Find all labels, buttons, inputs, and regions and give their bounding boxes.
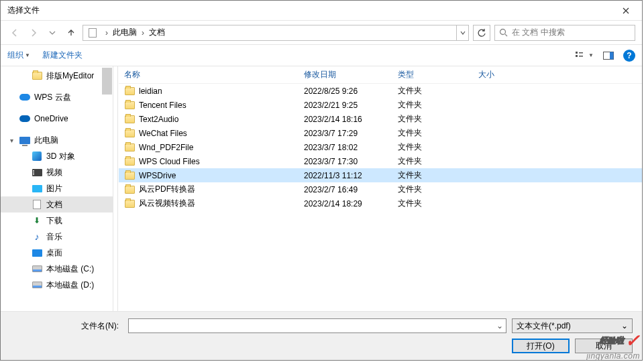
tree-item[interactable]: ▾此电脑: [1, 132, 113, 148]
splitter[interactable]: [113, 66, 118, 311]
file-type: 文件夹: [392, 85, 473, 97]
tree-item-label: 排版MyEditor: [46, 70, 94, 82]
cancel-button[interactable]: 取消: [575, 339, 633, 353]
disk-icon: [32, 263, 42, 274]
folder-icon: [124, 170, 135, 181]
col-date[interactable]: 修改日期: [299, 69, 392, 80]
tree-item[interactable]: 排版MyEditor: [1, 68, 113, 84]
file-date: 2023/3/7 18:02: [299, 143, 392, 152]
file-date: 2023/3/7 17:29: [299, 129, 392, 138]
file-rows: leidian2022/8/25 9:26文件夹Tencent Files202…: [119, 84, 642, 311]
tree-item[interactable]: 本地磁盘 (C:): [1, 261, 113, 277]
od-icon: [19, 113, 30, 124]
file-row[interactable]: Tencent Files2023/2/21 9:25文件夹: [119, 98, 642, 112]
nav-back-button[interactable]: [7, 25, 22, 40]
open-button[interactable]: 打开(O): [512, 339, 570, 353]
search-input[interactable]: 在 文档 中搜索: [494, 25, 635, 41]
obj-icon: [32, 151, 42, 162]
filename-input[interactable]: ⌄: [128, 318, 506, 333]
tree-item[interactable]: 图片: [1, 180, 113, 196]
address-bar[interactable]: › 此电脑 › 文档: [83, 25, 469, 41]
svg-rect-1: [576, 52, 578, 54]
tree-item[interactable]: WPS 云盘: [1, 89, 113, 105]
nav-recent-button[interactable]: [45, 25, 60, 40]
col-type[interactable]: 类型: [392, 69, 473, 80]
file-row[interactable]: WPS Cloud Files2023/3/7 17:30文件夹: [119, 154, 642, 168]
col-size[interactable]: 大小: [473, 69, 642, 80]
svg-rect-3: [579, 52, 583, 54]
tree-item-label: 视频: [46, 167, 62, 178]
tree-item[interactable]: ⬇下载: [1, 213, 113, 229]
nav-forward-button[interactable]: [26, 25, 41, 40]
file-name: 风云PDF转换器: [139, 184, 195, 195]
tree-item[interactable]: OneDrive: [1, 111, 113, 127]
path-seg-folder[interactable]: 文档: [148, 25, 166, 40]
file-type-filter[interactable]: 文本文件(*.pdf)⌄: [512, 318, 633, 333]
svg-rect-6: [610, 52, 614, 59]
folder-icon: [124, 86, 135, 97]
folder-icon: [124, 114, 135, 125]
preview-pane-button[interactable]: [599, 48, 618, 63]
tree-item[interactable]: 视频: [1, 164, 113, 180]
view-mode-button[interactable]: ▼: [575, 48, 594, 63]
search-placeholder: 在 文档 中搜索: [512, 27, 565, 38]
scrollbar-thumb[interactable]: [102, 68, 112, 95]
file-name: WPSDrive: [139, 171, 176, 180]
file-row[interactable]: Text2Audio2023/2/14 18:16文件夹: [119, 112, 642, 126]
folder-icon: [32, 70, 42, 81]
file-row[interactable]: WeChat Files2023/3/7 17:29文件夹: [119, 126, 642, 140]
svg-point-0: [500, 29, 506, 35]
tree-item-label: 桌面: [46, 247, 62, 259]
address-dropdown-button[interactable]: [456, 25, 468, 40]
help-button[interactable]: ?: [623, 50, 635, 62]
folder-icon: [124, 184, 135, 195]
file-row[interactable]: leidian2022/8/25 9:26文件夹: [119, 84, 642, 98]
search-icon: [499, 28, 508, 37]
path-seg-root[interactable]: 此电脑: [111, 25, 138, 40]
nav-up-button[interactable]: [64, 25, 78, 40]
img-icon: [32, 183, 42, 194]
file-type: 文件夹: [392, 184, 473, 195]
close-button[interactable]: [612, 1, 639, 20]
file-type: 文件夹: [392, 113, 473, 125]
music-icon: ♪: [32, 231, 42, 242]
file-date: 2023/3/7 17:30: [299, 157, 392, 166]
file-type: 文件夹: [392, 141, 473, 153]
file-type: 文件夹: [392, 156, 473, 167]
tree-item[interactable]: 文档: [1, 196, 113, 213]
file-row[interactable]: WPSDrive2022/11/3 11:12文件夹: [119, 168, 642, 182]
window-title: 选择文件: [7, 5, 40, 16]
file-date: 2023/2/14 18:29: [299, 199, 392, 208]
file-row[interactable]: 风云PDF转换器2023/2/7 16:49文件夹: [119, 182, 642, 196]
file-name: Wnd_PDF2File: [139, 143, 193, 152]
tree-item[interactable]: 桌面: [1, 245, 113, 261]
folder-icon: [124, 156, 135, 167]
file-name: WPS Cloud Files: [139, 157, 200, 166]
tree-item[interactable]: 本地磁盘 (D:): [1, 277, 113, 293]
file-list-area: 名称 修改日期 类型 大小 leidian2022/8/25 9:26文件夹Te…: [113, 66, 642, 311]
tree-item-label: 文档: [46, 199, 62, 210]
svg-rect-2: [576, 55, 578, 57]
new-folder-button[interactable]: 新建文件夹: [42, 50, 83, 61]
title-bar: 选择文件: [1, 1, 642, 21]
folder-icon: [124, 198, 135, 209]
col-name[interactable]: 名称: [119, 69, 299, 80]
tree-item-label: 此电脑: [34, 135, 58, 146]
refresh-button[interactable]: [473, 25, 490, 41]
chevron-right-icon[interactable]: ›: [102, 25, 111, 40]
chevron-right-icon[interactable]: ›: [138, 25, 148, 40]
file-date: 2022/8/25 9:26: [299, 86, 392, 96]
file-row[interactable]: Wnd_PDF2File2023/3/7 18:02文件夹: [119, 140, 642, 154]
column-headers: 名称 修改日期 类型 大小: [119, 66, 642, 84]
tree-item[interactable]: ♪音乐: [1, 229, 113, 245]
file-name: Text2Audio: [139, 115, 178, 124]
file-name: WeChat Files: [139, 129, 187, 138]
tree-item[interactable]: 3D 对象: [1, 148, 113, 164]
vid-icon: [32, 167, 42, 178]
file-name: leidian: [139, 86, 162, 96]
file-row[interactable]: 风云视频转换器2023/2/14 18:29文件夹: [119, 196, 642, 210]
organize-button[interactable]: 组织▼: [7, 50, 30, 61]
file-type: 文件夹: [392, 170, 473, 181]
tree-item-label: 下载: [46, 215, 62, 227]
folder-icon: [124, 142, 135, 153]
